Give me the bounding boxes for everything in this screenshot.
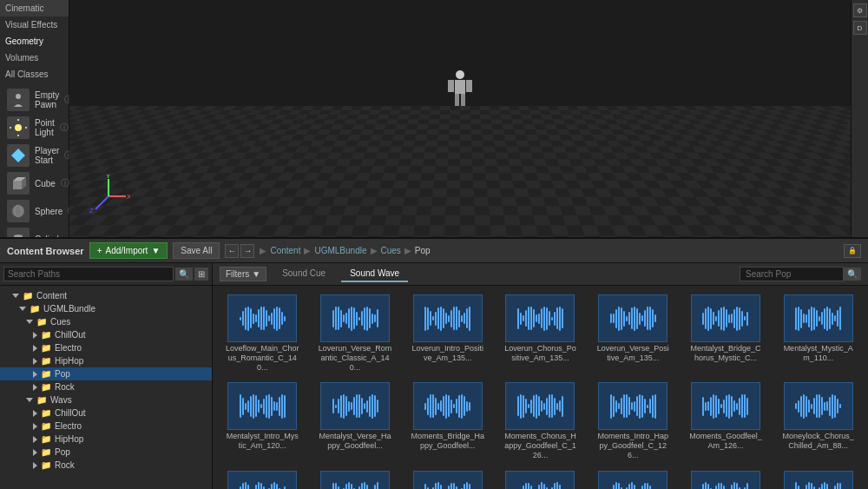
svg-point-10 <box>12 205 24 217</box>
asset-item[interactable]: Loverun_Chorus_Positive_Am_135... <box>496 291 585 375</box>
asset-item[interactable]: Loveflow_Main_Chorus_Romantic_C_140... <box>218 291 307 375</box>
asset-label: Mentalyst_Bridge_Chorus_Mystic_C... <box>688 344 762 363</box>
tree-item-hiphop[interactable]: 📁 HipHop <box>0 354 212 367</box>
asset-thumb <box>784 294 853 342</box>
content-grid: Loveflow_Main_Chorus_Romantic_C_140... L… <box>213 286 868 489</box>
place-cube[interactable]: Cube ⓘ <box>0 169 69 197</box>
asset-item[interactable]: Loverun_Intro_Positive_Am_135... <box>403 291 492 375</box>
asset-label: Loveflow_Main_Chorus_Romantic_C_140... <box>226 344 299 372</box>
tab-sound-cue[interactable]: Sound Cue <box>273 266 334 282</box>
place-player-start[interactable]: Player Start ⓘ <box>0 142 69 169</box>
tree-item-chillout2[interactable]: 📁 ChillOut <box>0 406 212 420</box>
asset-thumb <box>598 471 667 489</box>
nav-back-button[interactable]: ← <box>225 244 239 258</box>
tree-item-pop2[interactable]: 📁 Pop <box>0 446 212 459</box>
category-all[interactable]: All Classes <box>0 66 69 83</box>
asset-item[interactable]: Moments_Bridge_Happy_Goodfeel... <box>403 379 492 463</box>
tree-item-electro2[interactable]: 📁 Electro <box>0 420 212 433</box>
tree-label-wavs: Wavs <box>50 395 72 405</box>
breadcrumb-cues[interactable]: Cues <box>381 246 401 255</box>
asset-item[interactable]: Moments_Goodfeel_Am_126... <box>681 379 771 463</box>
viewport-canvas: X Y Z <box>69 0 851 237</box>
filters-button[interactable]: Filters ▼ <box>220 267 266 281</box>
asset-item[interactable]: Loverun_Verse_Romantic_Classic_A_140... <box>311 291 400 375</box>
tree-expand-chillout2 <box>33 410 37 417</box>
tree-item-hiphop2[interactable]: 📁 HipHop <box>0 433 212 446</box>
nav-arrows: ← → <box>225 244 254 258</box>
place-point-light[interactable]: Point Light ⓘ <box>0 114 69 142</box>
place-sphere[interactable]: Sphere ⓘ <box>0 197 69 225</box>
folder-icon-hiphop: 📁 <box>41 356 51 366</box>
asset-item[interactable]: Mentalyst_Bridge_Chorus_Mystic_C... <box>681 291 771 375</box>
asset-item[interactable]: Moneylock_Chorus_Chilled_Am_88... <box>773 379 863 463</box>
asset-thumb <box>413 294 483 342</box>
tree-label-chillout: ChillOut <box>55 330 86 340</box>
tree-item-ugml[interactable]: 📁 UGMLBundle <box>0 302 212 315</box>
svg-text:Z: Z <box>89 207 94 215</box>
asset-item[interactable]: Moneylock_Pre_Chilled_Warm_Am_88... <box>496 467 585 489</box>
svg-rect-19 <box>455 94 459 106</box>
content-search-button[interactable]: 🔍 <box>844 268 861 281</box>
asset-thumb <box>691 294 760 342</box>
nav-forward-button[interactable]: → <box>240 244 254 258</box>
add-import-chevron: ▼ <box>151 246 160 255</box>
asset-item[interactable]: Moneylock_Pre_Chilled_Am_88... <box>403 467 492 489</box>
asset-label: Loverun_Verse_Romantic_Classic_A_140... <box>319 344 392 372</box>
tree-item-pop[interactable]: 📁 Pop <box>0 367 212 380</box>
category-geometry[interactable]: Geometry <box>0 33 69 50</box>
asset-item[interactable]: Moneylock_Outro_Chilled_Warm_Am_88... <box>311 467 400 489</box>
breadcrumb-ugml[interactable]: UGMLBundle <box>314 246 366 255</box>
content-search-input[interactable] <box>740 267 844 281</box>
rab-btn-1[interactable]: ⚙ <box>853 3 867 17</box>
category-cinematic[interactable]: Cinematic <box>0 0 69 17</box>
cb-lock-button[interactable]: 🔒 <box>844 244 861 258</box>
tree-item-cues[interactable]: 📁 Cues <box>0 315 212 328</box>
category-volumes[interactable]: Volumes <box>0 50 69 66</box>
asset-item[interactable]: Loverun_Verse_Positive_Am_135... <box>589 291 678 375</box>
svg-text:X: X <box>127 193 130 201</box>
asset-item[interactable]: Moneylock_Intro_Chilled_Warm_Am_88... <box>218 467 307 489</box>
asset-item[interactable]: Mentalyst_Intro_Mystic_Am_120... <box>218 379 307 463</box>
asset-item[interactable]: Moments_Chorus_Happy_Goodfeel_C_126... <box>496 379 585 463</box>
folder-icon-ugml: 📁 <box>30 304 40 314</box>
tree-item-electro[interactable]: 📁 Electro <box>0 341 212 354</box>
tree-item-rock[interactable]: 📁 Rock <box>0 380 212 393</box>
svg-rect-20 <box>461 94 465 106</box>
tab-sound-wave[interactable]: Sound Wave <box>341 266 408 282</box>
app-root: Cinematic Visual Effects Geometry Volume… <box>0 0 868 489</box>
asset-item[interactable]: Mentalyst_Mystic_Am_110... <box>773 291 863 375</box>
tree-search-button[interactable]: 🔍 <box>175 268 193 281</box>
asset-item[interactable]: Moon_Chorus_Positive_Em_126... <box>681 467 771 489</box>
filters-label: Filters <box>226 269 249 279</box>
tree-search-input[interactable] <box>3 267 174 281</box>
tree-item-content[interactable]: 📁 Content <box>0 289 212 302</box>
breadcrumb-content[interactable]: Content <box>270 246 300 255</box>
svg-rect-7 <box>13 181 22 189</box>
tree-grid-button[interactable]: ⊞ <box>194 268 208 281</box>
tree-item-wavs[interactable]: 📁 Wavs <box>0 393 212 406</box>
svg-line-23 <box>95 196 108 209</box>
breadcrumb-sep-2: ▶ <box>371 246 378 255</box>
asset-label: Mentalyst_Verse_Happy_Goodfeel... <box>319 432 392 451</box>
tree-item-chillout[interactable]: 📁 ChillOut <box>0 328 212 341</box>
tree-item-rock2[interactable]: 📁 Rock <box>0 459 212 472</box>
tree-expand-pop2 <box>33 449 37 456</box>
add-import-button[interactable]: + Add/Import ▼ <box>89 242 168 259</box>
asset-item[interactable]: Moments_Intro_Happy_Goodfeel_C_126... <box>589 379 678 463</box>
breadcrumb: ▶ Content ▶ UGMLBundle ▶ Cues ▶ Pop <box>260 246 430 255</box>
category-volumes-label: Volumes <box>5 53 38 63</box>
asset-thumb <box>227 471 297 489</box>
asset-label: Mentalyst_Intro_Mystic_Am_120... <box>226 432 299 451</box>
tree-label-pop: Pop <box>55 369 70 379</box>
asset-thumb <box>505 382 575 430</box>
cb-header: Content Browser + Add/Import ▼ Save All … <box>0 239 868 263</box>
asset-item[interactable]: Moon_Bridge_Positive_Em_126... <box>589 467 678 489</box>
rab-btn-2[interactable]: D <box>853 21 867 35</box>
asset-item[interactable]: Moon_Intro_Positive_Em_126... <box>773 467 863 489</box>
asset-item[interactable]: Mentalyst_Verse_Happy_Goodfeel... <box>311 379 400 463</box>
asset-thumb <box>413 471 483 489</box>
breadcrumb-sep-3: ▶ <box>404 246 411 255</box>
category-visual-effects[interactable]: Visual Effects <box>0 17 69 33</box>
save-all-button[interactable]: Save All <box>173 242 220 259</box>
place-empty-pawn[interactable]: Empty Pawn ⓘ <box>0 86 69 114</box>
